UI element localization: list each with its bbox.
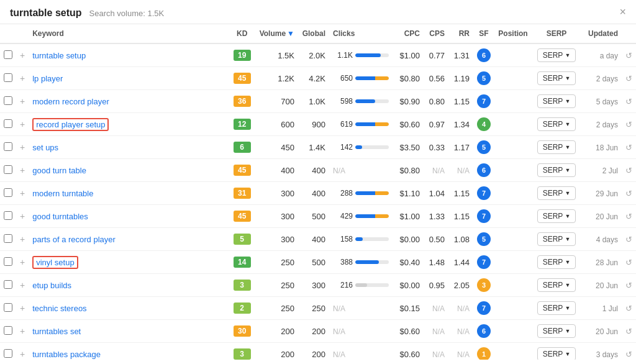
- kd-cell: 45: [229, 205, 256, 228]
- col-volume-header[interactable]: Volume▼: [256, 24, 298, 43]
- sf-badge: 7: [477, 94, 491, 108]
- add-keyword-icon[interactable]: +: [20, 142, 25, 152]
- serp-button[interactable]: SERP▼: [537, 232, 576, 246]
- serp-button[interactable]: SERP▼: [537, 163, 576, 177]
- add-keyword-icon[interactable]: +: [20, 280, 25, 290]
- row-checkbox[interactable]: [4, 326, 12, 335]
- refresh-cell: ↺: [622, 67, 636, 90]
- refresh-icon[interactable]: ↺: [625, 258, 632, 267]
- global-cell: 200: [298, 343, 329, 360]
- refresh-icon[interactable]: ↺: [625, 189, 632, 198]
- refresh-cell: ↺: [622, 136, 636, 159]
- sf-badge: 7: [477, 301, 491, 315]
- serp-button[interactable]: SERP▼: [537, 71, 576, 85]
- refresh-icon[interactable]: ↺: [625, 74, 632, 83]
- row-checkbox[interactable]: [4, 73, 12, 82]
- keyword-link[interactable]: turntable setup: [32, 51, 86, 60]
- refresh-icon[interactable]: ↺: [625, 327, 632, 336]
- serp-cell: SERP▼: [532, 43, 581, 67]
- volume-cell: 300: [256, 205, 298, 228]
- row-checkbox[interactable]: [4, 303, 12, 312]
- kd-badge: 45: [234, 73, 251, 84]
- row-checkbox[interactable]: [4, 165, 12, 174]
- keyword-link[interactable]: parts of a record player: [32, 235, 116, 244]
- serp-button[interactable]: SERP▼: [537, 48, 576, 62]
- serp-button[interactable]: SERP▼: [537, 186, 576, 200]
- keyword-link[interactable]: set ups: [32, 143, 58, 152]
- cps-cell: N/A: [424, 343, 448, 360]
- refresh-icon[interactable]: ↺: [625, 143, 632, 152]
- row-checkbox[interactable]: [4, 211, 12, 220]
- refresh-icon[interactable]: ↺: [625, 51, 632, 60]
- kd-cell: 14: [229, 251, 256, 274]
- refresh-icon[interactable]: ↺: [625, 235, 632, 244]
- serp-button[interactable]: SERP▼: [537, 301, 576, 315]
- refresh-icon[interactable]: ↺: [625, 304, 632, 313]
- row-checkbox[interactable]: [4, 349, 12, 358]
- add-keyword-icon[interactable]: +: [20, 119, 25, 129]
- updated-cell: 1 Jul: [581, 297, 622, 320]
- keyword-link-highlighted[interactable]: vinyl setup: [32, 256, 78, 269]
- add-keyword-icon[interactable]: +: [20, 73, 25, 83]
- row-checkbox[interactable]: [4, 234, 12, 243]
- clicks-bar-container: 142: [333, 143, 389, 152]
- keyword-link-highlighted[interactable]: record player setup: [32, 118, 109, 131]
- serp-button[interactable]: SERP▼: [537, 140, 576, 154]
- serp-cell: SERP▼: [532, 274, 581, 297]
- refresh-icon[interactable]: ↺: [625, 97, 632, 106]
- add-keyword-icon[interactable]: +: [20, 211, 25, 221]
- serp-button[interactable]: SERP▼: [537, 278, 576, 292]
- refresh-icon[interactable]: ↺: [625, 350, 632, 359]
- row-checkbox[interactable]: [4, 119, 12, 128]
- row-checkbox[interactable]: [4, 142, 12, 151]
- add-keyword-icon[interactable]: +: [20, 349, 25, 359]
- keyword-link[interactable]: technic stereos: [32, 304, 86, 313]
- keyword-link[interactable]: turntables package: [32, 350, 101, 359]
- row-checkbox[interactable]: [4, 280, 12, 289]
- keyword-link[interactable]: turntables set: [32, 327, 81, 336]
- serp-button[interactable]: SERP▼: [537, 117, 576, 131]
- clicks-value: 142: [333, 143, 353, 152]
- add-keyword-icon[interactable]: +: [20, 234, 25, 244]
- keyword-link[interactable]: good turn table: [32, 166, 86, 175]
- cps-cell: 1.04: [424, 182, 448, 205]
- row-checkbox[interactable]: [4, 50, 12, 59]
- keyword-link[interactable]: etup builds: [32, 281, 71, 290]
- keyword-link[interactable]: good turntables: [32, 212, 88, 221]
- serp-button[interactable]: SERP▼: [537, 324, 576, 338]
- row-checkbox[interactable]: [4, 96, 12, 105]
- add-keyword-icon[interactable]: +: [20, 326, 25, 336]
- updated-text: 18 Jun: [596, 143, 618, 152]
- page-header: turntable setup Search volume: 1.5K ×: [0, 0, 636, 24]
- col-cpc-header: CPC: [393, 24, 424, 43]
- serp-button[interactable]: SERP▼: [537, 94, 576, 108]
- add-keyword-icon[interactable]: +: [20, 96, 25, 106]
- serp-button[interactable]: SERP▼: [537, 347, 576, 360]
- refresh-icon[interactable]: ↺: [625, 212, 632, 221]
- col-checkbox: [0, 24, 16, 43]
- add-keyword-icon[interactable]: +: [20, 165, 25, 175]
- volume-cell: 450: [256, 136, 298, 159]
- updated-cell: 20 Jun: [581, 320, 622, 343]
- updated-text: 20 Jun: [596, 327, 618, 336]
- kd-badge: 2: [234, 303, 251, 314]
- row-checkbox[interactable]: [4, 188, 12, 197]
- refresh-icon[interactable]: ↺: [625, 120, 632, 129]
- row-checkbox[interactable]: [4, 257, 12, 266]
- refresh-icon[interactable]: ↺: [625, 166, 632, 175]
- refresh-cell: ↺: [622, 343, 636, 360]
- keyword-link[interactable]: modern turntable: [32, 189, 93, 198]
- serp-button[interactable]: SERP▼: [537, 255, 576, 269]
- keyword-link[interactable]: modern record player: [32, 97, 109, 106]
- add-keyword-icon[interactable]: +: [20, 188, 25, 198]
- refresh-icon[interactable]: ↺: [625, 281, 632, 290]
- add-keyword-icon[interactable]: +: [20, 257, 25, 267]
- close-button[interactable]: ×: [619, 6, 626, 17]
- volume-cell: 200: [256, 320, 298, 343]
- serp-button[interactable]: SERP▼: [537, 209, 576, 223]
- add-keyword-icon[interactable]: +: [20, 303, 25, 313]
- refresh-cell: ↺: [622, 90, 636, 113]
- add-keyword-icon[interactable]: +: [20, 50, 25, 60]
- keyword-link[interactable]: lp player: [32, 74, 63, 83]
- cpc-cell: $0.00: [393, 274, 424, 297]
